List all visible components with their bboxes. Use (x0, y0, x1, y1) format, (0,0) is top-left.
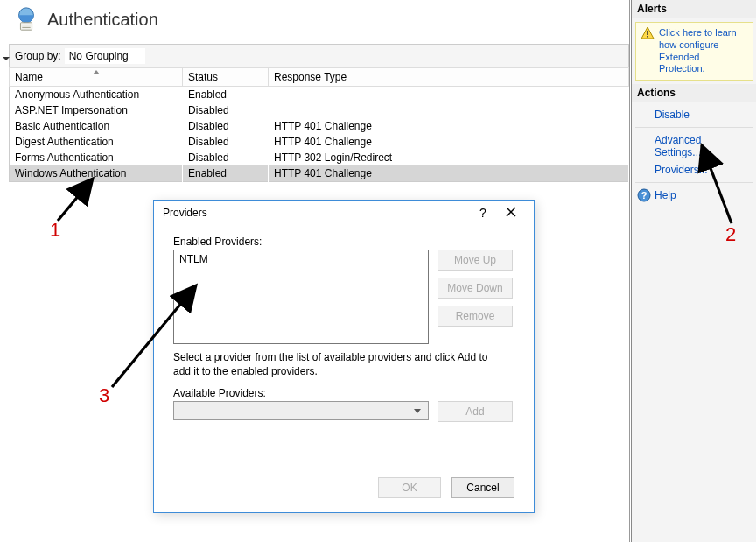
available-providers-label: Available Providers: (173, 387, 514, 399)
table-row[interactable]: Basic AuthenticationDisabledHTTP 401 Cha… (10, 118, 629, 134)
cell-response: HTTP 401 Challenge (269, 134, 629, 150)
svg-text:?: ? (641, 190, 648, 201)
divider (635, 182, 753, 183)
alert-text: Click here to learn how configure Extend… (659, 27, 737, 74)
cell-name: Forms Authentication (10, 150, 183, 165)
cell-name: Basic Authentication (10, 118, 183, 134)
svg-rect-4 (647, 31, 648, 35)
dialog-help-button[interactable]: ? (469, 206, 497, 220)
table-row[interactable]: Windows AuthenticationEnabledHTTP 401 Ch… (10, 165, 629, 182)
cell-response: HTTP 302 Login/Redirect (269, 150, 629, 165)
page-title: Authentication (47, 10, 158, 30)
groupby-bar: Group by: No Grouping (9, 44, 629, 67)
annotation-1: 1 (50, 219, 60, 242)
add-button[interactable]: Add (438, 401, 513, 422)
cell-name: Digest Authentication (10, 134, 183, 150)
column-name[interactable]: Name (10, 68, 183, 87)
enabled-providers-listbox[interactable]: NTLM (173, 250, 429, 344)
remove-button[interactable]: Remove (438, 306, 513, 327)
alerts-header: Alerts (632, 0, 756, 18)
ok-button[interactable]: OK (378, 477, 441, 498)
chevron-down-icon (3, 57, 10, 60)
cell-name: ASP.NET Impersonation (10, 102, 183, 118)
provider-instruction: Select a provider from the list of avail… (173, 351, 506, 378)
move-up-button[interactable]: Move Up (438, 250, 513, 271)
page-header: Authentication (9, 0, 629, 44)
action-advanced-settings[interactable]: Advanced Settings... (634, 131, 755, 161)
cell-status: Disabled (183, 150, 269, 165)
authentication-icon (12, 5, 40, 33)
cell-status: Disabled (183, 102, 269, 118)
cell-response (269, 87, 629, 103)
cancel-button[interactable]: Cancel (452, 477, 514, 498)
cell-status: Disabled (183, 118, 269, 134)
warning-icon (640, 26, 654, 40)
right-panel: Alerts Click here to learn how configure… (631, 0, 756, 542)
cell-status: Enabled (183, 87, 269, 103)
svg-rect-5 (647, 36, 648, 38)
providers-dialog: Providers ? Enabled Providers: NTLM Move… (153, 200, 535, 513)
dialog-title-text: Providers (163, 207, 207, 219)
action-providers[interactable]: Providers... (634, 161, 755, 179)
move-down-button[interactable]: Move Down (438, 278, 513, 299)
action-disable[interactable]: Disable (634, 106, 755, 123)
annotation-3: 3 (99, 384, 109, 407)
svg-rect-1 (20, 23, 32, 30)
groupby-select[interactable]: No Grouping (65, 48, 145, 64)
annotation-2: 2 (725, 223, 736, 246)
table-row[interactable]: ASP.NET ImpersonationDisabled (10, 102, 629, 118)
actions-header: Actions (632, 84, 756, 102)
alert-extended-protection[interactable]: Click here to learn how configure Extend… (635, 22, 753, 81)
cell-response (269, 102, 629, 118)
dialog-close-button[interactable] (497, 206, 525, 220)
list-item[interactable]: NTLM (176, 252, 426, 266)
cell-status: Disabled (183, 134, 269, 150)
help-icon: ? (637, 188, 651, 202)
cell-status: Enabled (183, 165, 269, 182)
cell-name: Windows Authentication (10, 165, 183, 182)
table-row[interactable]: Anonymous AuthenticationEnabled (10, 87, 629, 103)
groupby-label: Group by: (15, 50, 61, 62)
actions-list: Disable Advanced Settings... Providers..… (632, 102, 756, 208)
table-row[interactable]: Digest AuthenticationDisabledHTTP 401 Ch… (10, 134, 629, 150)
authentication-table: Name Status Response Type Anonymous Auth… (9, 67, 629, 182)
sort-asc-icon (93, 70, 100, 74)
cell-response: HTTP 401 Challenge (269, 165, 629, 182)
cell-name: Anonymous Authentication (10, 87, 183, 103)
available-providers-dropdown[interactable] (173, 401, 429, 420)
dialog-titlebar: Providers ? (154, 201, 534, 225)
divider (635, 127, 753, 128)
enabled-providers-label: Enabled Providers: (173, 236, 514, 248)
groupby-value: No Grouping (69, 50, 129, 62)
cell-response: HTTP 401 Challenge (269, 118, 629, 134)
column-response[interactable]: Response Type (269, 68, 629, 87)
table-row[interactable]: Forms AuthenticationDisabledHTTP 302 Log… (10, 150, 629, 165)
action-help[interactable]: ? Help (634, 187, 755, 204)
column-status[interactable]: Status (183, 68, 269, 87)
